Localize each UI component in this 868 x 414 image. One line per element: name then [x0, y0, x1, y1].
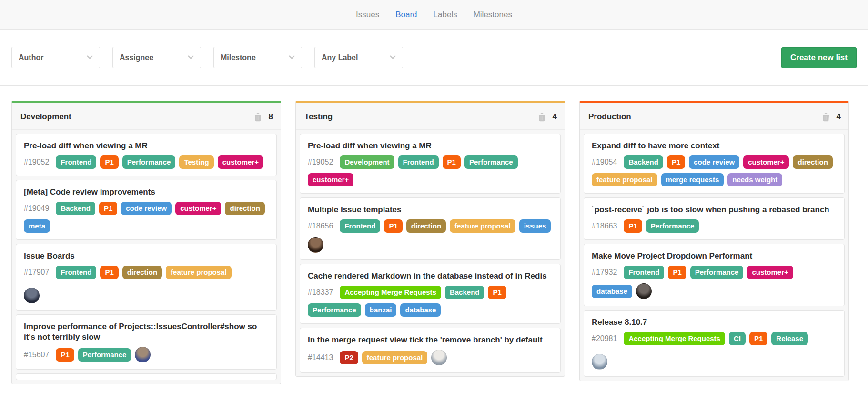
label-pill[interactable]: direction — [793, 155, 832, 169]
label-pill[interactable]: merge requests — [661, 173, 724, 186]
issue-card[interactable]: Release 8.10.7#20981Accepting Merge Requ… — [584, 310, 845, 377]
label-pill[interactable]: feature proposal — [166, 266, 232, 279]
label-pill[interactable]: Development — [340, 155, 394, 169]
label-pill[interactable]: direction — [225, 202, 264, 215]
delete-list-trash-icon[interactable] — [538, 113, 546, 122]
label-pill[interactable]: database — [400, 303, 441, 317]
issue-title: Release 8.10.7 — [592, 317, 837, 328]
assignee-avatar[interactable] — [431, 350, 447, 365]
assignee-avatar[interactable] — [636, 283, 652, 299]
label-pill[interactable]: code review — [689, 155, 739, 169]
card-list[interactable]: Expand diff to have more context#19054Ba… — [580, 130, 848, 381]
label-pill[interactable]: Performance — [308, 303, 361, 317]
issue-card-partial[interactable] — [16, 373, 277, 380]
label-pill[interactable]: Accepting Merge Requests — [624, 332, 725, 345]
label-pill[interactable]: Frontend — [340, 219, 380, 233]
issue-card[interactable]: Pre-load diff when viewing a MR#19052Dev… — [300, 134, 561, 194]
label-pill[interactable]: Frontend — [56, 155, 96, 169]
label-pill[interactable]: P1 — [749, 332, 767, 345]
assignee-avatar[interactable] — [308, 237, 323, 253]
assignee-avatar[interactable] — [135, 347, 151, 362]
label-pill[interactable]: feature proposal — [362, 351, 428, 364]
label-pill[interactable]: Backend — [624, 155, 663, 169]
issue-card[interactable]: Expand diff to have more context#19054Ba… — [584, 134, 845, 194]
label-pill[interactable]: banzai — [365, 303, 397, 317]
issue-card[interactable]: Make Move Project Dropdown Performant#17… — [584, 244, 845, 306]
label-pill[interactable]: Performance — [78, 348, 131, 362]
issue-card[interactable]: `post-receive` job is too slow when push… — [584, 197, 845, 240]
card-list[interactable]: Pre-load diff when viewing a MR#19052Fro… — [12, 130, 281, 384]
delete-list-trash-icon[interactable] — [822, 113, 830, 122]
label-pill[interactable]: Backend — [445, 286, 484, 299]
label-pill[interactable]: P1 — [56, 348, 74, 362]
assignee-avatar[interactable] — [592, 354, 607, 370]
label-pill[interactable]: customer+ — [308, 173, 353, 186]
label-pill[interactable]: P1 — [99, 202, 117, 215]
issue-meta: #19049BackendP1code reviewcustomer+direc… — [24, 202, 269, 233]
label-pill[interactable]: customer+ — [743, 155, 789, 169]
assignee-filter-dropdown[interactable]: Assignee — [112, 47, 201, 68]
label-pill[interactable]: Performance — [464, 155, 518, 169]
issue-card[interactable]: [Meta] Code review improvements#19049Bac… — [16, 180, 277, 240]
label-pill[interactable]: feature proposal — [450, 219, 515, 233]
label-pill[interactable]: database — [592, 285, 632, 298]
tab-milestones[interactable]: Milestones — [474, 10, 512, 20]
label-filter-dropdown[interactable]: Any Label — [314, 47, 403, 68]
milestone-filter-label: Milestone — [221, 53, 256, 62]
label-pill[interactable]: P1 — [100, 155, 118, 169]
label-pill[interactable]: Backend — [56, 202, 95, 215]
label-pill[interactable]: feature proposal — [592, 173, 657, 186]
author-filter-label: Author — [19, 53, 43, 62]
issue-number: #19054 — [592, 158, 617, 166]
issue-meta: #19052DevelopmentFrontendP1Performancecu… — [308, 155, 553, 186]
label-pill[interactable]: P1 — [100, 266, 118, 279]
chevron-down-icon — [289, 55, 295, 60]
label-pill[interactable]: customer+ — [175, 202, 221, 215]
label-pill[interactable]: direction — [122, 266, 162, 279]
issue-card[interactable]: Improve performance of Projects::IssuesC… — [16, 314, 277, 370]
issue-number: #15607 — [24, 351, 49, 359]
issue-card[interactable]: Issue Boards#17907FrontendP1directionfea… — [16, 244, 277, 310]
delete-list-trash-icon[interactable] — [254, 113, 262, 122]
label-pill[interactable]: Frontend — [56, 266, 96, 279]
label-pill[interactable]: Frontend — [624, 266, 664, 279]
issue-card[interactable]: Cache rendered Markdown in the database … — [300, 264, 561, 324]
label-pill[interactable]: Accepting Merge Requests — [340, 286, 441, 299]
tab-labels[interactable]: Labels — [434, 10, 457, 20]
milestone-filter-dropdown[interactable]: Milestone — [213, 47, 302, 68]
author-filter-dropdown[interactable]: Author — [11, 47, 100, 68]
label-pill[interactable]: Performance — [690, 266, 744, 279]
label-pill[interactable]: P1 — [443, 155, 461, 169]
issue-card[interactable]: Pre-load diff when viewing a MR#19052Fro… — [16, 134, 277, 176]
label-pill[interactable]: P1 — [488, 286, 506, 299]
label-pill[interactable]: P1 — [668, 266, 686, 279]
tab-issues[interactable]: Issues — [356, 10, 379, 20]
label-pill[interactable]: Release — [771, 332, 808, 345]
filter-bar: Author Assignee Milestone Any Label Crea… — [0, 30, 868, 86]
label-pill[interactable]: P2 — [340, 351, 358, 364]
label-pill[interactable]: customer+ — [747, 266, 793, 279]
label-pill[interactable]: P1 — [667, 155, 685, 169]
label-pill[interactable]: Frontend — [398, 155, 439, 169]
label-pill[interactable]: code review — [121, 202, 172, 215]
tab-board[interactable]: Board — [395, 10, 417, 20]
label-pill[interactable]: CI — [729, 332, 746, 345]
create-new-list-button[interactable]: Create new list — [781, 47, 857, 68]
label-pill[interactable]: direction — [406, 219, 446, 233]
board-column-production: Production4Expand diff to have more cont… — [579, 101, 849, 381]
issue-card[interactable]: Multiple Issue templates#18656FrontendP1… — [300, 197, 561, 260]
label-pill[interactable]: issues — [519, 219, 551, 233]
assignee-avatar[interactable] — [24, 288, 40, 303]
card-list[interactable]: Pre-load diff when viewing a MR#19052Dev… — [296, 130, 565, 376]
issue-card[interactable]: In the merge request view tick the 'remo… — [300, 328, 561, 373]
issue-meta: #15607P1Performance — [24, 347, 269, 362]
label-pill[interactable]: customer+ — [218, 155, 263, 169]
label-pill[interactable]: needs weight — [727, 173, 782, 186]
issue-count-badge: 8 — [269, 112, 273, 122]
label-pill[interactable]: Performance — [646, 219, 699, 233]
label-pill[interactable]: meta — [24, 219, 50, 233]
label-pill[interactable]: Testing — [179, 155, 213, 169]
label-pill[interactable]: P1 — [624, 219, 642, 233]
label-pill[interactable]: P1 — [384, 219, 402, 233]
label-pill[interactable]: Performance — [122, 155, 176, 169]
